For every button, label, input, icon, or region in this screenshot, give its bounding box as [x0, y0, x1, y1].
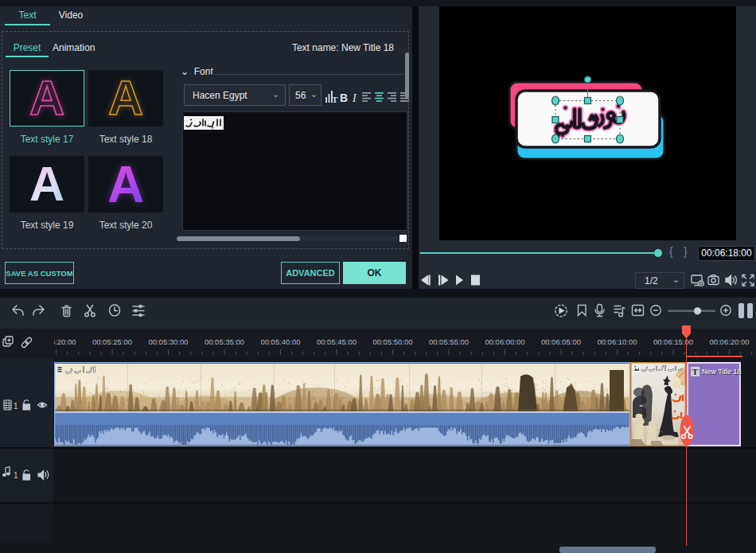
svg-text:00:06:10:00: 00:06:10:00 [597, 337, 637, 346]
svg-text:00:05:25:00: 00:05:25:00 [92, 337, 132, 346]
svg-text:00:05:35:00: 00:05:35:00 [205, 337, 244, 346]
svg-text:00:05:45:00: 00:05:45:00 [317, 337, 357, 346]
svg-text:1: 1 [14, 471, 18, 480]
svg-text:1: 1 [14, 402, 18, 411]
svg-text:00:06:05:00: 00:06:05:00 [541, 337, 581, 346]
svg-text:00:06:20:00: 00:06:20:00 [709, 337, 749, 346]
svg-text:00:05:40:00: 00:05:40:00 [260, 337, 300, 346]
svg-text:00:06:00:00: 00:06:00:00 [485, 337, 524, 346]
svg-text:I: I [352, 92, 357, 104]
svg-text:00:05:55:00: 00:05:55:00 [429, 337, 469, 346]
svg-text:00:05:30:00: 00:05:30:00 [148, 337, 188, 346]
svg-text:00:05:50:00: 00:05:50:00 [372, 337, 412, 346]
svg-text:00:05:20:00: 00:05:20:00 [36, 337, 76, 346]
svg-text:B: B [340, 92, 348, 104]
svg-text:T: T [332, 95, 338, 104]
